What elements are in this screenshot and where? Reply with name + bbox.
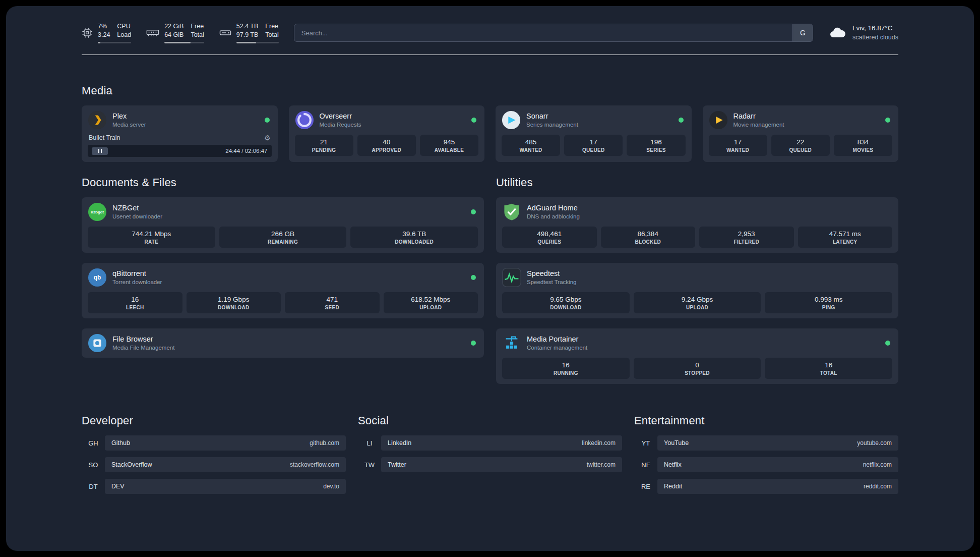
memory-total-value: 64 GiB (164, 31, 183, 39)
utilities-column: Utilities AdGuard Home DNS and adblockin… (496, 176, 898, 384)
service-link-radarr[interactable]: Radarr Movie management (709, 110, 893, 130)
gear-icon[interactable]: ⚙ (264, 134, 271, 142)
svg-text:qb: qb (94, 274, 101, 281)
bookmark-dev[interactable]: DT DEV dev.to (82, 479, 346, 494)
service-title: qBittorrent (112, 269, 162, 278)
stat-box: 744.21 Mbps RATE (88, 227, 215, 248)
service-subtitle: Movie management (733, 121, 784, 129)
stat-box: 16 LEECH (88, 292, 182, 313)
service-title: NZBGet (112, 203, 162, 213)
service-card-speedtest: Speedtest Speedtest Tracking 9.65 Gbps D… (496, 263, 898, 318)
service-card-adguard: AdGuard Home DNS and adblocking 498,461 … (496, 197, 898, 253)
disk-progress-bar (236, 42, 279, 43)
service-card-nzbget: nzbget NZBGet Usenet downloader 744.21 M… (82, 197, 484, 253)
service-link-portainer[interactable]: Media Portainer Container management (502, 333, 892, 353)
service-link-filebrowser[interactable]: File Browser Media File Management (88, 333, 478, 353)
section-title-media: Media (82, 84, 898, 97)
section-title-entertainment: Entertainment (634, 414, 898, 427)
search-provider-button[interactable]: G (792, 24, 813, 41)
bookmark-netflix[interactable]: NF Netflix netflix.com (634, 457, 898, 472)
cpu-label: CPU (117, 22, 131, 31)
bookmark-linkedin[interactable]: LI LinkedIn linkedin.com (358, 435, 622, 451)
memory-free-value: 22 GiB (164, 22, 183, 31)
service-subtitle: Container management (527, 344, 587, 352)
pause-button[interactable] (92, 147, 108, 155)
bookmark-abbr: YT (634, 439, 657, 447)
service-subtitle: Usenet downloader (112, 213, 162, 220)
stat-box: 16 RUNNING (502, 358, 630, 379)
pause-icon (98, 149, 102, 153)
service-link-speedtest[interactable]: Speedtest Speedtest Tracking (502, 268, 892, 287)
cpu-progress-bar (98, 42, 131, 43)
bookmark-abbr: LI (358, 439, 381, 447)
stat-box: 1.19 Gbps DOWNLOAD (187, 292, 281, 313)
documents-column: Documents & Files nzbget NZBGet Usenet d… (82, 176, 484, 384)
plex-now-playing: Bullet Train ⚙ 24:44 / 02:06:47 (88, 134, 272, 157)
overseerr-icon (295, 110, 314, 130)
stat-box: 618.52 Mbps UPLOAD (384, 292, 478, 313)
service-link-qbittorrent[interactable]: qb qBittorrent Torrent downloader (88, 268, 478, 287)
service-title: Media Portainer (527, 335, 587, 344)
service-link-adguard[interactable]: AdGuard Home DNS and adblocking (502, 202, 892, 221)
service-card-overseerr: Overseerr Media Requests 21 PENDING 40 A… (289, 105, 485, 162)
service-link-sonarr[interactable]: Sonarr Series management (502, 110, 686, 130)
status-dot (885, 341, 890, 346)
filebrowser-icon (88, 333, 107, 353)
plex-icon (88, 110, 107, 130)
stat-box: 196 SERIES (627, 135, 685, 156)
status-dot (471, 209, 476, 214)
speedtest-icon (502, 268, 521, 287)
service-title: AdGuard Home (527, 203, 580, 213)
cloud-icon (828, 26, 846, 39)
bookmark-github[interactable]: GH Github github.com (82, 435, 346, 451)
service-subtitle: Media Requests (320, 121, 361, 129)
section-title-utilities: Utilities (496, 176, 898, 189)
disk-resource-widget: 52.4 TB 97.9 TB Free Total (219, 22, 279, 43)
service-card-radarr: Radarr Movie management 17 WANTED 22 QUE… (703, 105, 899, 162)
cpu-resource-widget: 7% 3.24 CPU Load (82, 22, 131, 43)
stat-box: 47.571 ms LATENCY (798, 227, 893, 248)
topbar-divider (82, 54, 898, 55)
service-link-plex[interactable]: Plex Media server (88, 110, 272, 130)
bookmark-name: DEV (111, 483, 125, 490)
cpu-icon (82, 27, 93, 38)
stat-box: 945 AVAILABLE (420, 135, 478, 156)
bookmark-abbr: NF (634, 461, 657, 469)
adguard-icon (502, 202, 521, 221)
status-dot (471, 118, 476, 123)
service-subtitle: Media server (112, 121, 146, 129)
stat-box: 498,461 QUERIES (502, 227, 597, 248)
search-input[interactable] (294, 29, 792, 37)
status-dot (471, 341, 476, 346)
status-dot (471, 275, 476, 280)
memory-icon (146, 28, 159, 38)
service-title: Sonarr (526, 112, 578, 121)
stat-box: 16 TOTAL (765, 358, 892, 379)
stat-box: 471 SEED (285, 292, 380, 313)
bookmark-reddit[interactable]: RE Reddit reddit.com (634, 479, 898, 494)
service-card-portainer: Media Portainer Container management 16 … (496, 328, 898, 384)
disk-icon (219, 28, 231, 38)
service-subtitle: Speedtest Tracking (527, 278, 576, 286)
bookmark-youtube[interactable]: YT YouTube youtube.com (634, 435, 898, 451)
bookmark-abbr: GH (82, 439, 105, 447)
memory-resource-widget: 22 GiB 64 GiB Free Total (146, 22, 204, 43)
search-bar[interactable]: G (294, 24, 813, 42)
bookmark-twitter[interactable]: TW Twitter twitter.com (358, 457, 622, 472)
stat-box: 266 GB REMAINING (219, 227, 347, 248)
service-link-nzbget[interactable]: nzbget NZBGet Usenet downloader (88, 202, 478, 221)
bookmark-url: netflix.com (863, 461, 892, 468)
bookmark-name: LinkedIn (388, 439, 411, 447)
service-card-plex: Plex Media server Bullet Train ⚙ 24:44 (82, 105, 278, 162)
stat-box: 0.993 ms PING (765, 292, 892, 313)
disk-free-value: 52.4 TB (236, 22, 259, 31)
stat-box: 0 STOPPED (634, 358, 761, 379)
player-seekbar[interactable]: 24:44 / 02:06:47 (88, 145, 272, 157)
topbar: 7% 3.24 CPU Load (82, 21, 898, 44)
service-link-overseerr[interactable]: Overseerr Media Requests (295, 110, 479, 130)
disk-total-value: 97.9 TB (236, 31, 259, 39)
bookmark-group-entertainment: Entertainment YT YouTube youtube.com NF … (634, 414, 898, 494)
bookmark-stackoverflow[interactable]: SO StackOverflow stackoverflow.com (82, 457, 346, 472)
sonarr-icon (502, 110, 521, 130)
bookmark-url: reddit.com (864, 483, 892, 490)
